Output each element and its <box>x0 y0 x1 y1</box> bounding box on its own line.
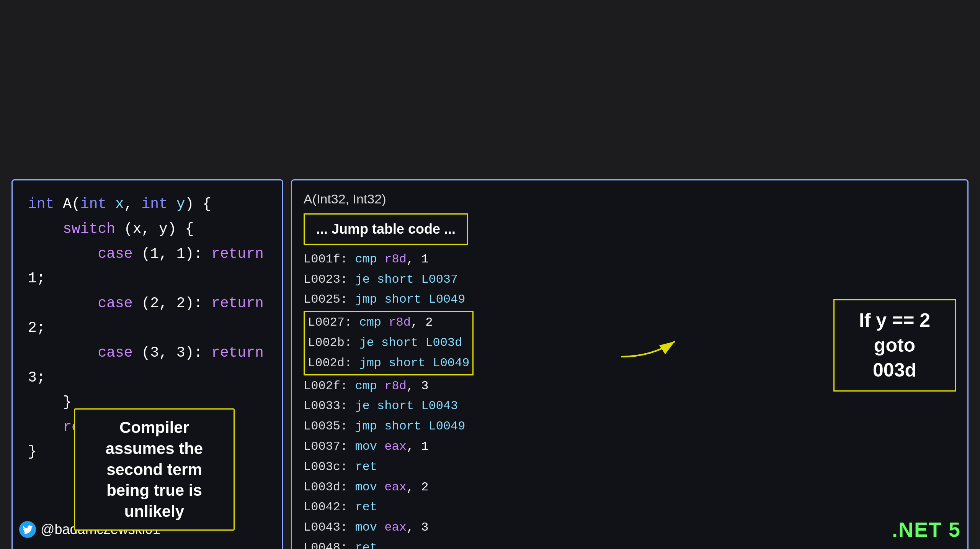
asm-line-9: L0035: jmp short L0049 <box>304 416 956 437</box>
asm-line-8: L0033: je short L0043 <box>304 396 956 416</box>
ify-line2: 003d <box>844 358 945 383</box>
code-line-3: case (1, 1): return 1; <box>28 242 267 291</box>
code-line-4: case (2, 2): return 2; <box>28 291 267 341</box>
asm-line-6: L002d: jmp short L0049 <box>308 353 469 374</box>
asm-highlight-block: L0027: cmp r8d, 2 L002b: je short L003d … <box>304 311 474 375</box>
main-content: int A(int x, int y) { switch (x, y) { ca… <box>11 179 969 549</box>
asm-line-12: L003d: mov eax, 2 <box>304 477 956 498</box>
asm-line-10: L0037: mov eax, 1 <box>304 437 956 457</box>
code-line-1: int A(int x, int y) { <box>28 192 267 217</box>
arrow-icon <box>621 330 683 361</box>
code-panel-left: int A(int x, int y) { switch (x, y) { ca… <box>11 179 283 549</box>
asm-line-1: L001f: cmp r8d, 1 <box>304 249 956 270</box>
asm-line-4: L0027: cmp r8d, 2 <box>308 313 469 333</box>
code-panel-right: A(Int32, Int32) ... Jump table code ... … <box>291 179 969 549</box>
twitter-icon <box>19 521 36 538</box>
callout-box: Compiler assumes the second term being t… <box>74 408 235 531</box>
ify-line1: If y == 2 goto <box>844 308 945 358</box>
asm-line-2: L0023: je short L0037 <box>304 270 956 290</box>
footer-dotnet: .NET 5 <box>892 518 961 541</box>
code-line-5: case (3, 3): return 3; <box>28 341 267 390</box>
jump-table-box: ... Jump table code ... <box>304 213 468 244</box>
ify-box: If y == 2 goto 003d <box>833 299 956 392</box>
asm-header: A(Int32, Int32) <box>304 188 956 210</box>
asm-line-5: L002b: je short L003d <box>308 333 469 353</box>
asm-line-11: L003c: ret <box>304 457 956 477</box>
code-line-2: switch (x, y) { <box>28 217 267 242</box>
asm-line-13: L0042: ret <box>304 497 956 518</box>
